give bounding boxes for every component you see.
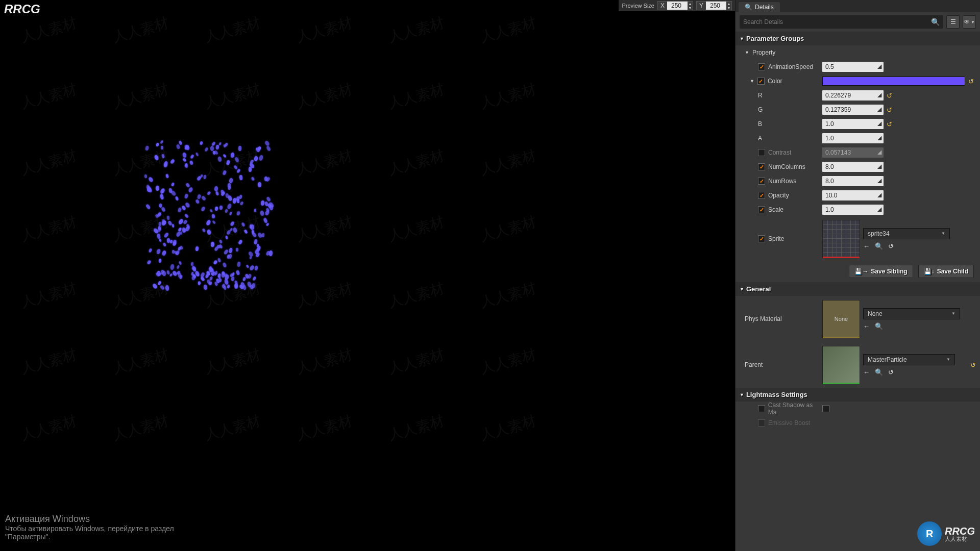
- collapse-icon: ▼: [740, 36, 744, 41]
- section-general[interactable]: ▼ General: [736, 282, 980, 296]
- color-swatch[interactable]: [822, 77, 965, 86]
- preview-x-input[interactable]: X 250 ▲▼: [657, 1, 693, 10]
- use-selected-icon[interactable]: ←: [863, 322, 870, 330]
- checkbox-color[interactable]: [757, 78, 765, 85]
- spinner-y[interactable]: ▲▼: [726, 2, 731, 10]
- collapse-icon: ▼: [740, 392, 744, 397]
- axis-x-label: X: [658, 2, 667, 10]
- label-phys-material: Phys Material: [745, 315, 782, 322]
- checkbox-animationspeed[interactable]: [758, 63, 765, 70]
- input-opacity[interactable]: 10.0: [822, 190, 884, 201]
- use-selected-icon[interactable]: ←: [863, 242, 870, 250]
- grid-view-button[interactable]: ☰: [946, 15, 960, 29]
- checkbox-cast-shadow[interactable]: [758, 405, 765, 412]
- input-animationspeed[interactable]: 0.5: [822, 62, 884, 72]
- checkbox-scale[interactable]: [758, 206, 765, 213]
- label-r: R: [758, 92, 763, 99]
- input-color-b[interactable]: 1.0: [822, 119, 884, 129]
- parent-thumbnail[interactable]: [822, 346, 860, 384]
- phys-material-select[interactable]: None ▼: [863, 308, 960, 319]
- label-numcolumns: NumColumns: [768, 163, 805, 170]
- checkbox-numrows[interactable]: [758, 178, 765, 185]
- parent-select[interactable]: MasterParticle ▼: [863, 354, 955, 365]
- preview-size-bar: Preview Size X 250 ▲▼ Y 250 ▲▼: [619, 0, 735, 11]
- reset-icon[interactable]: ↺: [887, 106, 892, 114]
- input-numcolumns[interactable]: 8.0: [822, 162, 884, 172]
- input-color-r[interactable]: 0.226279: [822, 90, 884, 101]
- tab-bar: 🔍Details: [736, 0, 980, 12]
- label-sprite: Sprite: [768, 235, 784, 242]
- reset-icon[interactable]: ↺: [968, 78, 974, 85]
- browse-icon[interactable]: 🔍: [875, 368, 883, 376]
- checkbox-sprite[interactable]: [758, 235, 765, 242]
- windows-activation-notice: Активация Windows Чтобы активировать Win…: [5, 514, 174, 541]
- chevron-down-icon: ▼: [971, 20, 975, 24]
- label-g: G: [758, 106, 763, 113]
- brand-top-left: RRCG: [4, 2, 40, 16]
- axis-y-label: Y: [697, 2, 706, 10]
- checkbox-opacity[interactable]: [758, 192, 765, 199]
- save-icon: 💾↓: [924, 268, 935, 275]
- checkbox-contrast[interactable]: [758, 149, 765, 156]
- search-icon: 🔍: [931, 18, 940, 26]
- label-parent: Parent: [745, 361, 763, 368]
- reset-icon[interactable]: ↺: [887, 120, 892, 128]
- label-scale: Scale: [768, 206, 783, 213]
- sprite-select[interactable]: sprite34 ▼: [863, 228, 950, 239]
- reset-icon[interactable]: ↺: [888, 242, 894, 250]
- phys-material-thumbnail[interactable]: None: [822, 300, 860, 338]
- save-sibling-button[interactable]: 💾→Save Sibling: [849, 265, 913, 278]
- label-numrows: NumRows: [768, 178, 796, 185]
- section-parameter-groups[interactable]: ▼ Parameter Groups: [736, 32, 980, 45]
- save-icon: 💾→: [854, 268, 868, 275]
- sprite-thumbnail[interactable]: [822, 220, 860, 258]
- label-color: Color: [768, 78, 782, 85]
- input-numrows[interactable]: 8.0: [822, 176, 884, 186]
- browse-icon[interactable]: 🔍: [875, 242, 883, 250]
- label-animationspeed: AnimationSpeed: [768, 63, 813, 70]
- property-group-label: Property: [752, 49, 775, 56]
- collapse-icon[interactable]: ▼: [750, 79, 754, 84]
- checkbox-cast-shadow-value[interactable]: [822, 405, 829, 412]
- preview-size-label: Preview Size: [622, 3, 654, 9]
- spinner-x[interactable]: ▲▼: [688, 2, 693, 10]
- reset-icon[interactable]: ↺: [888, 368, 894, 376]
- browse-icon[interactable]: 🔍: [875, 322, 883, 330]
- input-color-g[interactable]: 0.127359: [822, 105, 884, 115]
- rrcg-logo: R RRCG 人人素材: [917, 521, 975, 546]
- reset-icon[interactable]: ↺: [887, 92, 892, 99]
- search-input[interactable]: Search Details 🔍: [740, 15, 943, 29]
- chevron-down-icon: ▼: [951, 311, 955, 316]
- chevron-down-icon: ▼: [941, 231, 945, 236]
- particle-preview: [143, 140, 276, 288]
- label-a: A: [758, 135, 762, 142]
- label-cast-shadow: Cast Shadow as Ma: [768, 402, 822, 416]
- input-color-a[interactable]: 1.0: [822, 133, 884, 143]
- label-emissive: Emissive Boost: [768, 419, 810, 427]
- details-scroll[interactable]: ▼ Parameter Groups ▼ Property AnimationS…: [736, 32, 980, 551]
- input-scale[interactable]: 1.0: [822, 205, 884, 215]
- collapse-icon[interactable]: ▼: [745, 50, 749, 55]
- label-b: B: [758, 120, 762, 128]
- checkbox-emissive[interactable]: [758, 419, 765, 427]
- preview-y-input[interactable]: Y 250 ▲▼: [696, 1, 732, 10]
- chevron-down-icon: ▼: [946, 357, 950, 362]
- reset-icon[interactable]: ↺: [970, 361, 976, 369]
- tab-details[interactable]: 🔍Details: [739, 2, 780, 12]
- save-child-button[interactable]: 💾↓Save Child: [918, 265, 974, 278]
- section-lightmass[interactable]: ▼ Lightmass Settings: [736, 388, 980, 402]
- checkbox-numcolumns[interactable]: [758, 163, 765, 170]
- material-preview-viewport[interactable]: RRCG Preview Size X 250 ▲▼ Y 250 ▲▼ 人人素材…: [0, 0, 735, 551]
- use-selected-icon[interactable]: ←: [863, 368, 870, 376]
- collapse-icon: ▼: [740, 287, 744, 292]
- visibility-button[interactable]: 👁▼: [963, 15, 976, 29]
- details-panel: 🔍Details Search Details 🔍 ☰ 👁▼ ▼ Paramet…: [735, 0, 980, 551]
- input-contrast: 0.057143: [822, 147, 884, 158]
- search-icon: 🔍: [745, 4, 752, 11]
- label-contrast: Contrast: [768, 149, 791, 156]
- label-opacity: Opacity: [768, 192, 789, 199]
- eye-icon: 👁: [964, 18, 970, 26]
